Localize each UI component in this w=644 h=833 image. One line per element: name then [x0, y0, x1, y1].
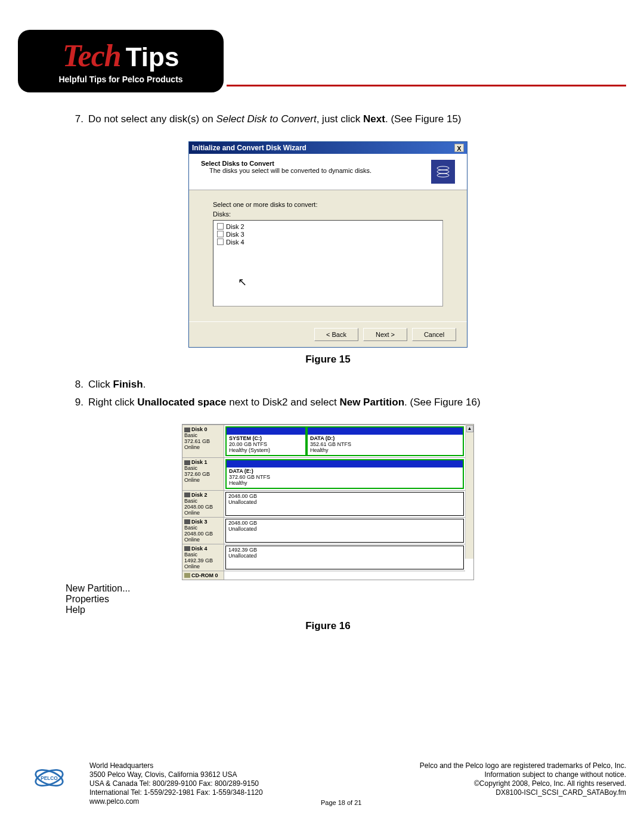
wizard-dialog: Initialize and Convert Disk Wizard X Sel…: [188, 141, 467, 348]
footer-addr3: International Tel: 1-559/292-1981 Fax: 1…: [89, 788, 263, 797]
svg-text:PELCO: PELCO: [41, 776, 58, 781]
menu-help[interactable]: Help: [66, 605, 590, 615]
logo-tips: Tips: [126, 42, 179, 72]
disk-row: Disk 0Basic372.61 GBOnlineSYSTEM (C:)20.…: [182, 425, 465, 457]
logo-tech: Tech: [63, 38, 121, 73]
partition[interactable]: DATA (E:)372.60 GB NTFSHealthy: [225, 459, 464, 489]
disk-item: Disk 3: [226, 231, 244, 238]
svg-point-1: [437, 170, 449, 174]
dialog-prompt: Select one or more disks to convert:: [213, 201, 443, 208]
disk-label: Disk 3Basic2048.00 GBOnline: [182, 518, 224, 544]
footer-r4: DX8100-ISCI_SCSI_CARD_SATABoy.fm: [420, 788, 626, 797]
dialog-heading: Select Disks to Convert: [201, 160, 371, 167]
dialog-subhead: Select Disks to Convert The disks you se…: [189, 154, 467, 190]
footer-r1: Pelco and the Pelco logo are registered …: [420, 761, 626, 770]
disk-label: Disk 0Basic372.61 GBOnline: [182, 425, 224, 457]
figure-16-caption: Figure 16: [66, 620, 590, 632]
next-button[interactable]: Next >: [363, 328, 407, 341]
dialog-titlebar: Initialize and Convert Disk Wizard X: [189, 142, 467, 154]
close-button[interactable]: X: [454, 144, 464, 152]
logo-subtitle: Helpful Tips for Pelco Products: [58, 75, 182, 84]
header-rule: [227, 85, 626, 86]
cursor-icon: ↖: [238, 275, 439, 289]
step-9: 9.Right click Unallocated space next to …: [66, 395, 590, 410]
footer-r2: Information subject to change without no…: [420, 770, 626, 779]
menu-new-partition[interactable]: New Partition...: [66, 583, 590, 594]
step-7: 7.Do not select any disk(s) on Select Di…: [66, 112, 590, 126]
tech-tips-logo: Tech Tips Helpful Tips for Pelco Product…: [18, 30, 224, 92]
disk-row: Disk 1Basic372.60 GBOnlineDATA (E:)372.6…: [182, 457, 465, 490]
dialog-subheading: The disks you select will be converted t…: [201, 167, 371, 174]
scrollbar[interactable]: ▲: [465, 425, 473, 559]
partition[interactable]: 2048.00 GBUnallocated: [225, 519, 464, 543]
partition[interactable]: DATA (D:)352.61 GB NTFSHealthy: [306, 426, 464, 456]
cancel-button[interactable]: Cancel: [412, 328, 456, 341]
disk-item: Disk 4: [226, 239, 244, 246]
disk-label: Disk 2Basic2048.00 GBOnline: [182, 491, 224, 517]
footer-r3: ©Copyright 2008, Pelco, Inc. All rights …: [420, 779, 626, 788]
page-footer: PELCO World Headquarters 3500 Pelco Way,…: [33, 761, 626, 806]
dialog-title: Initialize and Convert Disk Wizard: [192, 144, 306, 152]
disk-row: Disk 3Basic2048.00 GBOnline2048.00 GBUna…: [182, 517, 465, 544]
footer-addr1: 3500 Pelco Way, Clovis, California 93612…: [89, 770, 263, 779]
disk-icon: [184, 493, 190, 497]
svg-point-0: [437, 166, 449, 170]
footer-addr2: USA & Canada Tel: 800/289-9100 Fax: 800/…: [89, 779, 263, 788]
footer-url: www.pelco.com: [89, 797, 263, 806]
svg-point-2: [437, 174, 449, 177]
disk-label: Disk 4Basic1492.39 GBOnline: [182, 544, 224, 571]
pelco-logo-icon: PELCO: [33, 761, 66, 794]
disks-icon: [431, 160, 455, 184]
disk-row: Disk 4Basic1492.39 GBOnline1492.39 GBUna…: [182, 544, 465, 571]
scroll-up-icon[interactable]: ▲: [466, 425, 473, 432]
disk-icon: [184, 519, 190, 524]
menu-properties[interactable]: Properties: [66, 594, 590, 605]
checkbox-disk3[interactable]: [217, 231, 224, 237]
checkbox-disk2[interactable]: [217, 223, 224, 230]
step-8: 8.Click Finish.: [66, 377, 590, 392]
cdrom-row: CD-ROM 0: [182, 571, 465, 580]
disk-icon: [184, 460, 190, 465]
partition[interactable]: 2048.00 GBUnallocated: [225, 492, 464, 516]
partition[interactable]: 1492.39 GBUnallocated: [225, 546, 464, 569]
footer-hq: World Headquarters: [89, 761, 263, 770]
context-menu[interactable]: New Partition... Properties Help: [66, 583, 590, 615]
disk-label: Disk 1Basic372.60 GBOnline: [182, 458, 224, 490]
disk-row: Disk 2Basic2048.00 GBOnline2048.00 GBUna…: [182, 490, 465, 517]
cdrom-icon: [184, 573, 190, 578]
disks-listbox[interactable]: Disk 2 Disk 3 Disk 4 ↖: [213, 220, 443, 306]
disk-icon: [184, 428, 190, 432]
figure-15-caption: Figure 15: [66, 354, 590, 366]
footer-page: Page 18 of 21: [321, 799, 362, 806]
content-area: 7.Do not select any disk(s) on Select Di…: [66, 112, 590, 644]
partition[interactable]: SYSTEM (C:)20.00 GB NTFSHealthy (System): [225, 426, 306, 456]
disk-icon: [184, 546, 190, 551]
back-button[interactable]: < Back: [314, 328, 358, 341]
disk-item: Disk 2: [226, 223, 244, 230]
disk-management-panel: ▲ Disk 0Basic372.61 GBOnlineSYSTEM (C:)2…: [182, 424, 474, 580]
dialog-label: Disks:: [213, 210, 443, 218]
checkbox-disk4[interactable]: [217, 239, 224, 245]
